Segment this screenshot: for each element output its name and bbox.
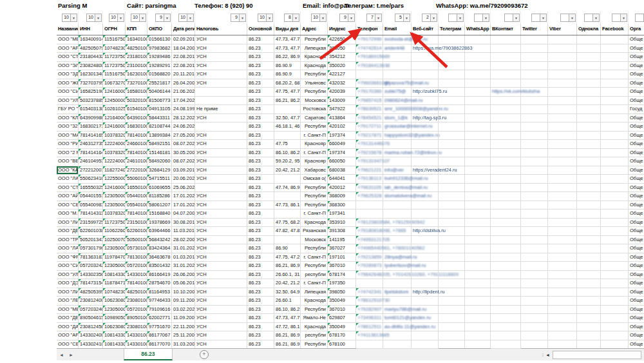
cell-twitter[interactable]	[521, 35, 548, 44]
cell-nalog[interactable]	[195, 97, 247, 106]
cell-ogrn[interactable]: 107482301	[103, 288, 126, 297]
cell-viber[interactable]	[548, 88, 577, 97]
cell-ogrn[interactable]: 122240001	[103, 140, 126, 149]
cell-web-site[interactable]	[412, 97, 439, 106]
cell-facebook[interactable]	[601, 149, 629, 158]
cell-web-site[interactable]	[412, 105, 439, 114]
cell-email[interactable]	[383, 70, 412, 79]
cell-ogrn[interactable]: 118272402	[103, 166, 126, 175]
cell-odnoklassniki[interactable]	[577, 97, 601, 106]
cell-odnoklassniki[interactable]	[577, 279, 601, 288]
cell-osnovnoy[interactable]: 86.23	[247, 236, 274, 245]
cell-odnoklassniki[interactable]	[577, 184, 601, 193]
cell-telegram[interactable]	[439, 331, 465, 340]
cell-ogrn[interactable]: 102610258	[103, 105, 126, 114]
cell-vidy-deyat[interactable]: 86.10, 86.2	[274, 149, 301, 158]
cell-nalog[interactable]: УСН	[195, 157, 247, 166]
cell-nalog[interactable]: Не приме	[195, 105, 247, 114]
cell-okpo[interactable]: 86177070	[147, 340, 172, 349]
cell-kpp[interactable]: 230801001	[126, 297, 147, 306]
cell-data-reg[interactable]: 03.02.2023	[172, 306, 195, 315]
cell-nazvanie[interactable]: ООО "КАГ	[57, 166, 79, 175]
cell-viber[interactable]	[548, 297, 577, 306]
cell-kpp[interactable]: 231001001	[126, 62, 147, 71]
cell-viber[interactable]	[548, 44, 577, 54]
cell-twitter[interactable]	[521, 70, 548, 79]
cell-ogrn[interactable]: 108143300	[103, 271, 126, 280]
cell-adres[interactable]: Краснода	[301, 62, 328, 71]
cell-indeks[interactable]: 678174	[328, 271, 356, 280]
cell-odnoklassniki[interactable]	[577, 166, 601, 175]
cell-vkontakte[interactable]	[491, 253, 521, 262]
cell-twitter[interactable]	[521, 227, 548, 236]
cell-okpo[interactable]: 86177067	[147, 331, 172, 340]
cell-nazvanie[interactable]: ООО "32 С	[57, 123, 79, 132]
cell-telefon[interactable]: +79857415	[356, 97, 383, 106]
cell-viber[interactable]	[548, 236, 577, 245]
cell-org[interactable]: Обще	[629, 340, 644, 349]
cell-email[interactable]: lab_dentos@mail.ru	[383, 184, 412, 193]
column-header-indeks[interactable]: Индекс	[328, 24, 356, 35]
cell-vidy-deyat[interactable]: 47.73, 47.7	[274, 44, 301, 54]
cell-ogrn[interactable]: 110622600	[103, 227, 126, 236]
cell-data-reg[interactable]: 22.08.2017	[172, 62, 195, 71]
cell-nazvanie[interactable]: ООО "СЕМ	[57, 201, 79, 210]
cell-facebook[interactable]	[601, 227, 629, 236]
cell-odnoklassniki[interactable]	[577, 192, 601, 201]
cell-nazvanie[interactable]: ООО "ЛЕС	[57, 297, 79, 306]
cell-vkontakte[interactable]	[491, 340, 521, 349]
cell-twitter[interactable]	[521, 210, 548, 219]
cell-ogrn[interactable]: 123050000	[103, 201, 126, 210]
cell-nalog[interactable]: УСН	[195, 149, 247, 158]
cell-viber[interactable]	[548, 62, 577, 71]
cell-facebook[interactable]	[601, 70, 629, 79]
cell-vidy-deyat[interactable]: 46.18.1, 46	[274, 123, 301, 132]
cell-org[interactable]: Обще	[629, 271, 644, 280]
cell-data-reg[interactable]: 08.07.2022	[172, 157, 195, 166]
cell-viber[interactable]	[548, 340, 577, 349]
cell-whatsapp[interactable]	[465, 62, 491, 71]
tab-nav-right-icon[interactable]: ►	[69, 353, 73, 357]
cell-org[interactable]: Обще	[629, 175, 644, 184]
cell-twitter[interactable]	[521, 314, 548, 323]
cell-viber[interactable]	[548, 219, 577, 228]
cell-telefon[interactable]	[356, 70, 383, 79]
cell-facebook[interactable]	[601, 340, 629, 349]
cell-vkontakte[interactable]	[491, 323, 521, 332]
cell-adres[interactable]: Ямало-Не	[301, 314, 328, 323]
cell-vkontakte[interactable]	[491, 262, 521, 271]
cell-vkontakte[interactable]	[491, 35, 521, 44]
cell-whatsapp[interactable]	[465, 70, 491, 79]
cell-telefon[interactable]: +74113613685	[356, 331, 383, 340]
cell-twitter[interactable]	[521, 53, 548, 62]
cell-whatsapp[interactable]	[465, 149, 491, 158]
cell-inn[interactable]: 482505395	[79, 288, 103, 297]
cell-web-site[interactable]	[412, 53, 439, 62]
add-sheet-button[interactable]: +	[200, 350, 209, 359]
cell-vidy-deyat[interactable]: 47.73, 86.1	[274, 201, 301, 210]
column-header-adres[interactable]: Адрес	[301, 24, 328, 35]
cell-vkontakte[interactable]: https://vk.com/klubzha	[491, 88, 521, 97]
cell-adres[interactable]: Московск	[301, 97, 328, 106]
cell-whatsapp[interactable]	[465, 340, 491, 349]
cell-data-reg[interactable]: 27.05.2003	[172, 132, 195, 141]
cell-indeks[interactable]: 420012	[328, 184, 356, 193]
cell-data-reg[interactable]: 01.03.2019	[172, 253, 195, 262]
cell-nazvanie[interactable]: ООО "СТО	[57, 184, 79, 193]
cell-email[interactable]	[383, 279, 412, 288]
cell-telefon[interactable]: +78454521	[356, 114, 383, 123]
cell-org[interactable]: Обще	[629, 314, 644, 323]
cell-telegram[interactable]	[439, 97, 465, 106]
cell-viber[interactable]	[548, 314, 577, 323]
cell-ogrn[interactable]: 115167500	[103, 70, 126, 79]
cell-telegram[interactable]	[439, 210, 465, 219]
cell-odnoklassniki[interactable]	[577, 262, 601, 271]
cell-telefon[interactable]: +74953121705	[356, 236, 383, 245]
cell-org[interactable]: Обще	[629, 244, 644, 253]
cell-whatsapp[interactable]	[465, 306, 491, 315]
cell-org[interactable]: Обще	[629, 201, 644, 210]
filter-chip-data-reg[interactable]: 10▼	[178, 14, 194, 22]
cell-twitter[interactable]	[521, 253, 548, 262]
cell-data-reg[interactable]: 11.09.2009	[172, 314, 195, 323]
cell-nalog[interactable]: УСН	[195, 35, 247, 44]
